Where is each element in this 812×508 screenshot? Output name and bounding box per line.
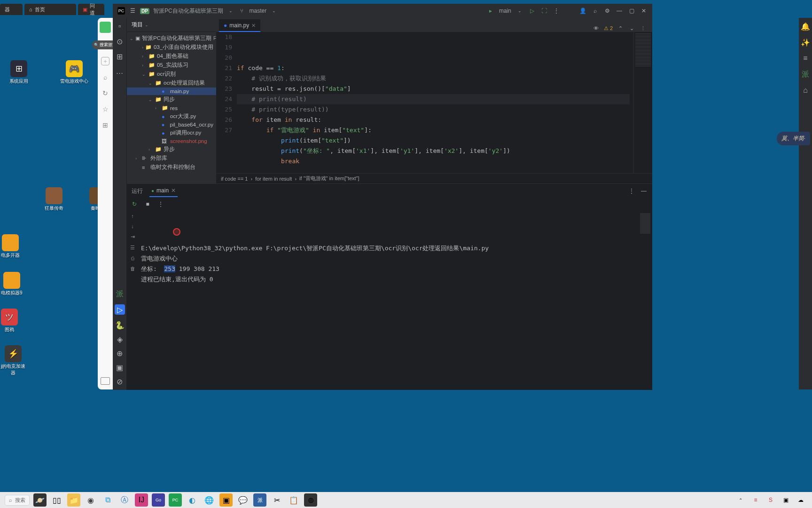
tray-icon[interactable]: ☁	[794, 493, 807, 507]
debug-button[interactable]: ⛶	[540, 7, 548, 15]
chevron-down-icon[interactable]: ⌄	[227, 7, 234, 15]
run-button[interactable]: ▷	[528, 7, 536, 15]
intellij-icon[interactable]: IJ	[135, 493, 148, 507]
tree-item[interactable]: ●pil_base64_ocr.py	[127, 121, 216, 128]
browser-tab-home[interactable]: ⌂首页	[24, 4, 76, 15]
add-icon[interactable]: ＋	[101, 57, 109, 65]
wechat-icon[interactable]: 💬	[236, 493, 250, 507]
tree-item[interactable]: ›📁04_图色基础	[127, 52, 216, 61]
tree-item[interactable]: ●ocr大漠.py	[127, 112, 216, 121]
obs-icon[interactable]: ⊚	[304, 493, 317, 507]
minimap[interactable]	[633, 32, 652, 173]
tree-item[interactable]: ›📁05_实战练习	[127, 61, 216, 70]
project-tree-header[interactable]: 项目⌄	[127, 18, 216, 32]
saturn-icon[interactable]: 🪐	[33, 493, 47, 507]
edge-icon[interactable]: ◐	[186, 493, 199, 507]
tree-root[interactable]: ⌄▣ 智派PC自动化基础班第三期 F:\	[127, 34, 216, 43]
project-tree[interactable]: ⌄▣ 智派PC自动化基础班第三期 F:\ ›📁03_小漾自动化模块使用›📁04_…	[127, 32, 216, 183]
run-config[interactable]: main	[499, 8, 511, 14]
problems-icon[interactable]: ⊘	[116, 378, 124, 385]
finder-icon[interactable]: Ⓐ	[118, 493, 131, 507]
arrow-down-icon[interactable]: ↓	[131, 223, 134, 229]
tree-item[interactable]: ›⊪外部库	[127, 154, 216, 163]
db-icon[interactable]: ≡	[802, 55, 809, 62]
console-minimap[interactable]	[638, 210, 652, 390]
doc-icon[interactable]: 📋	[287, 493, 300, 507]
tree-item[interactable]: ⌄📁ocr识别	[127, 70, 216, 79]
tree-item[interactable]: 🖼screenshot.png	[127, 137, 216, 145]
print-icon[interactable]: ⎙	[131, 255, 134, 261]
code-body[interactable]: if code == 1: # 识别成功，获取识别结果 result = res…	[237, 32, 633, 173]
more-icon[interactable]: ⋮	[553, 7, 560, 15]
more-icon[interactable]: …	[116, 68, 124, 75]
maximize-icon[interactable]: ▢	[628, 7, 635, 15]
taskbar-search[interactable]: ⌕ 搜索	[5, 495, 30, 506]
taskview-icon[interactable]: ▯▯	[50, 493, 63, 507]
tree-item[interactable]: ≡临时文件和控制台	[127, 163, 216, 172]
browser-tab-0[interactable]: 器	[0, 4, 23, 15]
tray-icon[interactable]: S	[764, 493, 777, 507]
close-icon[interactable]: ✕	[251, 23, 256, 29]
tray-up-icon[interactable]: ⌃	[734, 493, 747, 507]
hide-icon[interactable]: —	[640, 187, 648, 195]
rerun-icon[interactable]: ↻	[131, 200, 138, 208]
commit-icon[interactable]: ⊙	[116, 38, 124, 45]
file-tab-main[interactable]: ● main.py ✕	[219, 19, 260, 32]
tree-item[interactable]: ●pil调用ocr.py	[127, 128, 216, 137]
tray-icon[interactable]: ▣	[779, 493, 792, 507]
pai-icon[interactable]: 派	[802, 71, 809, 78]
run-tab-main[interactable]: ● main ✕	[149, 185, 178, 197]
branch-name[interactable]: master	[250, 8, 267, 14]
python-icon[interactable]: 🐍	[116, 321, 124, 329]
user-badge[interactable]: 莫、半简·	[777, 132, 810, 145]
chevron-down-icon[interactable]: ⌄	[516, 7, 523, 15]
chevron-up-icon[interactable]: ⌃	[617, 24, 624, 32]
bell-icon[interactable]: 🔔	[802, 23, 809, 30]
home-icon[interactable]: ⌂	[802, 87, 809, 94]
desktop-icon-kuangbao[interactable]: 狂暴传奇	[45, 187, 63, 212]
search-icon[interactable]: ⌕	[101, 73, 109, 81]
side-app-logo[interactable]	[100, 22, 111, 33]
wemeet-icon[interactable]: ◉	[84, 493, 97, 507]
pycharm-icon[interactable]: PC	[169, 493, 182, 507]
stop-icon[interactable]: ■	[144, 200, 151, 208]
browser-tab-wendao[interactable]: ▣问道	[78, 4, 104, 15]
minimize-icon[interactable]: —	[616, 7, 623, 15]
trash-icon[interactable]: 🗑	[130, 266, 135, 271]
vscode-icon[interactable]: ⧉	[101, 493, 114, 507]
desktop-icon-leidian[interactable]: 🎮 雷电游戏中心	[60, 60, 88, 85]
explorer-icon[interactable]: 📁	[67, 493, 80, 507]
close-icon[interactable]: ✕	[171, 187, 176, 194]
tv-icon[interactable]	[101, 377, 110, 385]
close-icon[interactable]: ✕	[640, 7, 648, 15]
more-icon[interactable]: ⋮	[157, 200, 164, 208]
tree-item[interactable]: ⌄📁ocr处理返回结果	[127, 79, 216, 87]
tree-item[interactable]: ›📁res	[127, 104, 216, 112]
clock-icon[interactable]: ↻	[101, 89, 109, 97]
tree-item[interactable]: ›📁异步	[127, 145, 216, 154]
hamburger-icon[interactable]: ☰	[129, 7, 136, 15]
grid-icon[interactable]: ⊞	[101, 121, 109, 129]
tree-item[interactable]: ⌄📁同步	[127, 95, 216, 104]
user-icon[interactable]: 👤	[579, 7, 586, 15]
more-icon[interactable]: ⋮	[639, 24, 647, 32]
desktop-icon-system[interactable]: ⊞ 系统应用	[9, 60, 28, 85]
folder-icon[interactable]: ▫	[116, 23, 124, 30]
star-icon[interactable]: ☆	[101, 105, 109, 113]
console-output[interactable]: E:\develop\Python38_32\python.exe F:\pro…	[138, 210, 638, 390]
desktop-icon-simulator[interactable]: 电模拟器9	[1, 272, 23, 296]
desktop-icon-tuya[interactable]: ツ 图鸦	[1, 309, 18, 333]
layers-icon[interactable]: ◈	[116, 335, 124, 343]
services-icon[interactable]: ⊕	[116, 349, 124, 357]
arrow-up-icon[interactable]: ↑	[131, 213, 134, 219]
tree-item[interactable]: ›📁03_小漾自动化模块使用	[127, 43, 216, 52]
more-icon[interactable]: ⋮	[628, 187, 635, 195]
app-icon[interactable]: ▣	[219, 493, 233, 507]
code-editor[interactable]: 18192021222324252627 if code == 1: # 识别成…	[216, 32, 652, 173]
wrap-icon[interactable]: ⇥	[131, 234, 135, 240]
search-icon[interactable]: ⌕	[591, 7, 599, 15]
pai-icon[interactable]: 派	[253, 493, 266, 507]
reader-mode-icon[interactable]: 👁	[593, 24, 600, 32]
scroll-icon[interactable]: ☰	[130, 245, 135, 251]
tool-icon[interactable]: ✂	[270, 493, 283, 507]
